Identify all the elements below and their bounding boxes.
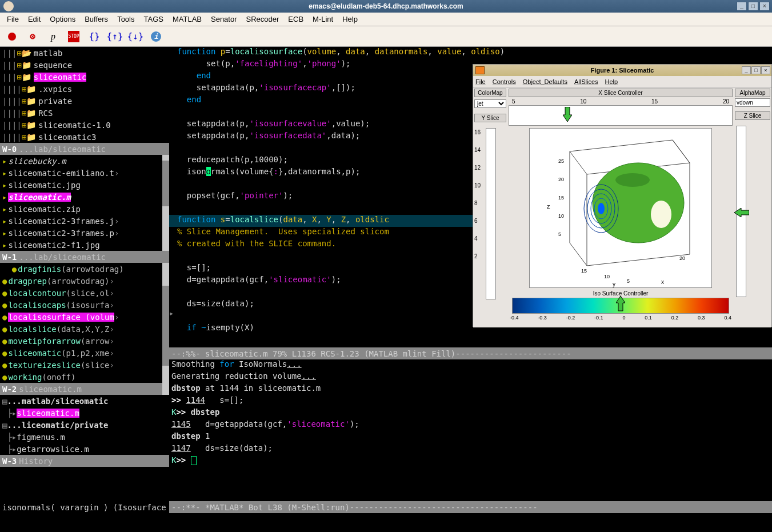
tree-item[interactable]: | | | | ⊞📁RCS — [0, 107, 169, 119]
y-slice-slider[interactable] — [486, 128, 496, 299]
fig-menu-file[interactable]: File — [475, 78, 486, 85]
function-item[interactable]: ●localslice (data,X,Y,Z› — [0, 323, 169, 335]
window-titlebar: emacs@eludlam-deb5-64.dhcp.mathworks.com… — [0, 0, 772, 13]
fig-maximize-button[interactable]: □ — [751, 66, 761, 74]
modeline-w3: W-3History — [0, 455, 169, 467]
3d-axes[interactable]: z 25 20 15 10 5 15 10 5 20 y x — [529, 128, 712, 288]
brace-up-icon[interactable]: {↑} — [110, 31, 120, 42]
fig-menu-help[interactable]: Help — [605, 78, 618, 85]
brace-down-icon[interactable]: {↓} — [130, 31, 141, 42]
fold-marker-icon[interactable]: ▸ — [169, 309, 174, 318]
menu-options[interactable]: Options — [45, 15, 80, 23]
menu-help[interactable]: Help — [338, 15, 362, 23]
function-item[interactable]: ●textureizeslice (slice› — [0, 359, 169, 371]
z-slice-slider[interactable] — [736, 126, 746, 297]
function-item[interactable]: ●localisosurface (volum› — [0, 311, 169, 323]
function-item[interactable]: ●movetipforarrow (arrow› — [0, 335, 169, 347]
svg-text:10: 10 — [558, 213, 564, 219]
matlab-figure-window[interactable]: Figure 1: Sliceomatic _ □ × FileControls… — [473, 64, 772, 327]
menu-senator[interactable]: Senator — [206, 15, 242, 23]
menu-file[interactable]: File — [2, 15, 23, 23]
history-item[interactable]: ├▸getarrowslice.m — [0, 443, 169, 455]
file-item[interactable]: ▸sliceomatic2-f1.jpg — [0, 239, 169, 251]
matlab-repl[interactable]: Smoothing for IsoNormals...Generating re… — [169, 359, 772, 501]
file-item[interactable]: ▸sliceomatic2-3frames.p› — [0, 227, 169, 239]
x-slice-slider[interactable] — [509, 105, 733, 126]
tree-item[interactable]: | | | | ⊞📁sliceomatic3 — [0, 131, 169, 143]
file-item[interactable]: ▸sliceomatic-emiliano.t› — [0, 167, 169, 179]
code-line: function p=localisosurface(volume, data,… — [169, 47, 772, 59]
function-item[interactable]: ●dragprep (arrowtodrag)› — [0, 275, 169, 287]
info-icon[interactable]: i — [151, 31, 161, 42]
file-item[interactable]: ▸sliceomatic.zip — [0, 203, 169, 215]
menu-srecoder[interactable]: SRecoder — [242, 15, 284, 23]
figure-titlebar[interactable]: Figure 1: Sliceomatic _ □ × — [473, 65, 771, 76]
maximize-button[interactable]: □ — [748, 2, 758, 11]
colormap-select[interactable]: jet — [474, 99, 506, 108]
repl-line: 1145 d=getappdata(gcf,'sliceomatic'); — [169, 419, 772, 431]
menu-tools[interactable]: Tools — [113, 15, 139, 23]
menu-tags[interactable]: TAGS — [139, 15, 167, 23]
z-slice-arrow-icon[interactable] — [733, 208, 749, 217]
modeline-w1: W-1...lab/sliceomatic — [0, 251, 169, 263]
function-item[interactable]: ●dragfinis (arrowtodrag) — [0, 263, 169, 275]
function-item[interactable]: ●localisocaps (isosurfa› — [0, 299, 169, 311]
repl-line: dbstep 1 — [169, 431, 772, 443]
p-icon[interactable]: p — [48, 31, 58, 42]
svg-text:15: 15 — [558, 195, 564, 201]
tree-item[interactable]: | | | ⊞📁sliceomatic — [0, 71, 169, 83]
tree-item[interactable]: | | | ⊞📁sequence — [0, 59, 169, 71]
function-item[interactable]: ●localcontour (slice,ol› — [0, 287, 169, 299]
function-item[interactable]: ●working (onoff) — [0, 371, 169, 383]
braces-icon[interactable]: {} — [89, 31, 99, 42]
fig-menu-allslices[interactable]: AllSlices — [574, 78, 598, 85]
svg-point-11 — [598, 203, 605, 214]
modeline-w2: W-2sliceomatic.m — [0, 383, 169, 395]
alphamap-value[interactable]: vdown — [735, 98, 770, 107]
close-button[interactable]: × — [759, 2, 770, 11]
tree-item[interactable]: | | | | ⊞📁private — [0, 95, 169, 107]
x-slice-arrow-icon[interactable] — [563, 107, 572, 123]
menu-ecb[interactable]: ECB — [283, 15, 308, 23]
history-item[interactable]: ▤ ...liceomatic/private — [0, 419, 169, 431]
history-item[interactable]: ├▸sliceomatic.m — [0, 407, 169, 419]
menu-edit[interactable]: Edit — [23, 15, 45, 23]
repl-line: K>> dbstep — [169, 407, 772, 419]
svg-point-6 — [615, 173, 650, 187]
iso-colorbar-slider[interactable] — [512, 298, 729, 314]
fig-close-button[interactable]: × — [761, 66, 770, 74]
stop-record-icon[interactable]: ⊗ — [27, 31, 38, 42]
fig-menu-controls[interactable]: Controls — [493, 78, 516, 85]
svg-point-5 — [651, 201, 671, 228]
iso-arrow-icon[interactable] — [616, 296, 625, 312]
svg-text:10: 10 — [604, 274, 610, 279]
minimize-button[interactable]: _ — [737, 2, 747, 11]
svg-line-3 — [673, 140, 690, 163]
fig-minimize-button[interactable]: _ — [742, 66, 751, 74]
tree-item[interactable]: | | | ⊞📂matlab — [0, 47, 169, 59]
main-menubar: FileEditOptionsBuffersToolsTAGSMATLABSen… — [0, 13, 772, 26]
repl-line: K>> — [169, 455, 772, 467]
main-toolbar: ⊗ p STOP {} {↑} {↓} i — [0, 26, 772, 47]
repl-modeline: --:**- *MATLAB* Bot L38 (M-Shell:run)---… — [169, 501, 772, 513]
svg-text:5: 5 — [558, 231, 561, 237]
history-item[interactable]: ▤ ...matlab/sliceomatic — [0, 395, 169, 407]
fig-menu-object_defaults[interactable]: Object_Defaults — [523, 78, 567, 85]
file-item[interactable]: ▸sliceomatic.m — [0, 191, 169, 203]
record-icon[interactable] — [7, 31, 17, 42]
file-item[interactable]: ▸slicebucky.m — [0, 155, 169, 167]
history-item[interactable]: ├▸figmenus.m — [0, 431, 169, 443]
colormap-label: ColorMap — [474, 89, 506, 97]
tree-item[interactable]: | | | | ⊞📁sliceomatic-1.0 — [0, 119, 169, 131]
menu-matlab[interactable]: MATLAB — [168, 15, 206, 23]
stop-sign-icon[interactable]: STOP — [69, 31, 79, 42]
file-item[interactable]: ▸sliceomatic2-3frames.j› — [0, 215, 169, 227]
menu-buffers[interactable]: Buffers — [80, 15, 113, 23]
emacs-logo-icon — [3, 1, 14, 11]
tree-item[interactable]: | | | | ⊞📁.xvpics — [0, 83, 169, 95]
code-modeline: --:%%- sliceomatic.m 79% L1136 RCS-1.23 … — [169, 347, 772, 359]
menu-m-lint[interactable]: M-Lint — [308, 15, 338, 23]
function-item[interactable]: ●sliceomatic (p1,p2,xme› — [0, 347, 169, 359]
file-item[interactable]: ▸sliceomatic.jpg — [0, 179, 169, 191]
svg-text:x: x — [661, 279, 664, 285]
